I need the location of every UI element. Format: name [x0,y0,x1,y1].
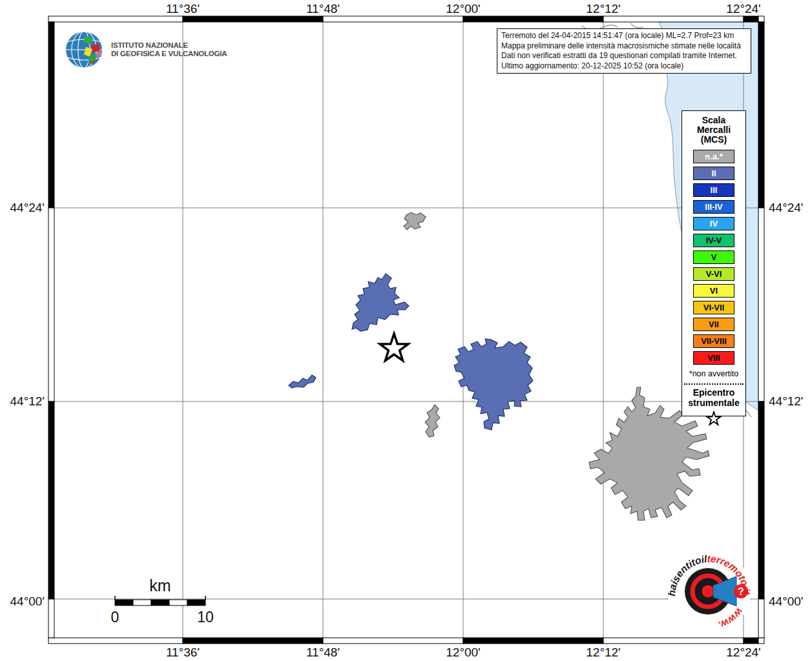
legend-swatch-iii: III [693,183,734,197]
frame-segment [48,402,54,599]
legend-epicenter-star-icon [705,411,723,427]
scale-bar-end-label: 10 [197,609,214,625]
axis-label-right: 44°24' [769,201,804,214]
ingv-logo-line1: ISTITUTO NAZIONALE [111,41,227,50]
legend-epicenter-line: Epicentro [682,387,745,398]
frame-segment [758,402,764,599]
axis-label-bottom: 12°24' [726,646,761,659]
axis-label-left: 44°00' [10,595,45,608]
legend-epicenter-label: Epicentro strumentale [682,387,745,408]
frame-segment [463,16,603,22]
legend-divider [684,383,744,385]
macroseismic-map-page: km 0 10 [0,0,812,661]
legend-swatch-vi-vii: VI-VII [693,301,734,314]
legend-swatch-viii: VIII [693,351,734,365]
frame-segment [744,638,758,644]
haisentitoilterremoto-logo: haisentitoilterremoto.it www. ? [668,549,753,634]
legend: Scala Mercalli (MCS) n.a.* II III III-IV… [682,110,746,416]
legend-title-line: Scala [682,116,745,125]
axis-label-top: 12°00' [446,2,481,15]
legend-swatch-iii-iv: III-IV [693,200,734,214]
legend-title: Scala Mercalli (MCS) [682,116,745,145]
frame-segment [48,208,54,402]
legend-epicenter-line: strumentale [682,398,745,408]
ingv-globe-icon [63,29,105,70]
legend-swatch-iv-v: IV-V [693,234,734,247]
frame-segment [323,638,463,644]
legend-swatch-vi: VI [693,284,734,298]
frame-segment [758,208,764,402]
axis-label-left: 44°12' [10,394,45,408]
scale-bar-segment [133,600,151,605]
legend-swatch-vii-viii: VII-VIII [693,334,734,348]
legend-swatch-ii: II [693,167,734,180]
frame-segment [603,16,744,22]
frame-segment [48,16,183,22]
frame-segment [463,638,603,644]
ingv-logo-line2: DI GEOFISICA E VULCANOLOGIA [111,50,227,58]
map-land-background [54,22,758,638]
legend-footnote: *non avvertito [682,369,745,378]
frame-segment [758,22,764,208]
axis-label-bottom: 11°48' [306,646,340,659]
scale-bar-start-label: 0 [111,609,120,625]
event-info-line: Dati non verificati estratti da 19 quest… [501,51,747,61]
frame-segment [758,599,764,638]
frame-segment [183,16,323,22]
axis-label-bottom: 12°00' [446,646,481,659]
scale-bar-segment [115,600,133,605]
legend-swatch-iv: IV [693,217,734,230]
legend-title-line: Mercalli [682,125,745,135]
axis-label-bottom: 11°36' [166,646,200,659]
axis-label-bottom: 12°12' [586,646,621,659]
watermark-red-dot [702,585,714,598]
scale-bar-unit-label: km [149,576,171,595]
legend-swatch-v-vi: V-VI [693,267,734,281]
event-info-line: Mappa preliminare delle intensità macros… [501,41,747,52]
frame-segment [603,638,744,644]
axis-label-left: 44°24' [10,201,45,214]
legend-swatch-v: V [693,250,734,264]
frame-segment [323,16,463,22]
frame-segment [758,638,764,644]
frame-segment [758,16,764,22]
event-info-box: Terremoto del 24-04-2015 14:51:47 (ora l… [497,28,751,74]
legend-title-line: (MCS) [682,135,745,145]
frame-segment [48,22,54,208]
frame-segment [744,16,758,22]
frame-segment [183,638,323,644]
axis-label-top: 11°36' [166,2,200,15]
legend-swatch-vii: VII [693,318,734,331]
event-info-line: Terremoto del 24-04-2015 14:51:47 (ora l… [501,31,747,41]
watermark-question-mark: ? [738,586,744,597]
legend-swatch-na: n.a.* [693,150,734,163]
axis-label-top: 12°24' [726,2,761,15]
scale-bar-segment [151,600,169,605]
axis-label-top: 12°12' [586,2,621,15]
frame-segment [48,599,54,638]
ingv-logo-text: ISTITUTO NAZIONALE DI GEOFISICA E VULCAN… [111,41,227,58]
ingv-logo: ISTITUTO NAZIONALE DI GEOFISICA E VULCAN… [63,29,227,70]
axis-label-right: 44°12' [769,394,804,408]
scale-bar-segment [187,600,205,605]
event-info-line: Ultimo aggiornamento: 20-12-2025 10:52 (… [501,61,747,72]
axis-label-right: 44°00' [769,595,804,608]
scale-bar-segment [169,600,187,605]
legend-entries: n.a.* II III III-IV IV IV-V V V-VI VI VI… [682,150,745,365]
frame-segment [48,638,183,644]
axis-label-top: 11°48' [306,2,340,15]
